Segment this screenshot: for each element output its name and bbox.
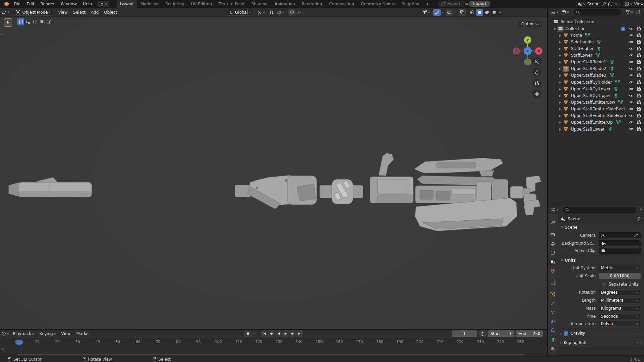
properties-options-chevron-icon[interactable] (640, 208, 642, 211)
disclosure-triangle-icon[interactable] (558, 34, 562, 37)
tab-tool[interactable] (548, 219, 558, 227)
disclosure-triangle-icon[interactable] (558, 61, 562, 64)
disclosure-triangle-icon[interactable] (558, 88, 562, 91)
select-mode-intersect-button[interactable] (46, 18, 53, 25)
unit-scale-slider[interactable]: 0.001000 (599, 273, 641, 279)
tab-modeling[interactable]: Modeling (137, 0, 162, 8)
rotation-dropdown[interactable]: Degrees (599, 289, 641, 295)
proportional-editing-toggle[interactable] (288, 9, 296, 16)
gravity-checkbox[interactable] (564, 331, 568, 336)
tab-compositing[interactable]: Compositing (326, 0, 357, 8)
tab-sculpting[interactable]: Sculpting (162, 0, 188, 8)
proportional-falloff-dropdown[interactable] (296, 10, 306, 15)
shading-material-button[interactable] (483, 9, 491, 16)
blender-logo-icon[interactable] (3, 1, 9, 6)
tab-constraints[interactable] (548, 326, 558, 334)
channels-expand-arrow[interactable] (2, 346, 3, 351)
tab-material[interactable] (548, 345, 558, 353)
hide-in-viewport-toggle[interactable] (629, 53, 634, 58)
horizontal-scrollbar[interactable] (17, 354, 524, 355)
tab-render[interactable] (548, 230, 558, 239)
menu-help[interactable]: Help (80, 2, 95, 6)
object-name[interactable]: StaffHigher (571, 46, 594, 51)
chevron-down-icon[interactable] (441, 11, 444, 14)
outliner-object-row[interactable]: UpperStaffBlade3 (548, 72, 644, 79)
hide-in-viewport-toggle[interactable] (629, 60, 634, 64)
disable-in-renders-toggle[interactable] (637, 66, 641, 71)
viewport-3d[interactable]: Object Mode View Select Add Object Globa… (0, 8, 547, 329)
object-name[interactable]: UpperStaffBlade3 (571, 73, 606, 78)
disable-in-renders-toggle[interactable] (637, 46, 641, 51)
disclosure-triangle-icon[interactable] (558, 108, 562, 111)
outliner-object-row[interactable]: UpperStaffBlade2 (548, 65, 644, 72)
disable-in-renders-toggle[interactable] (637, 26, 641, 31)
jump-to-start-button[interactable] (261, 330, 267, 337)
separate-units-checkbox[interactable] (602, 282, 606, 287)
outliner-object-row[interactable]: UpperStaffEmitterSideFront (548, 112, 644, 119)
camera-id-field[interactable] (599, 232, 641, 238)
hide-in-viewport-toggle[interactable] (629, 66, 634, 71)
editor-type-button[interactable] (550, 10, 560, 15)
outliner-object-row[interactable]: UpperStaffCylLower (548, 86, 644, 92)
zoom-button[interactable] (532, 57, 541, 66)
keying-sets-section-header[interactable]: Keying Sets (558, 339, 644, 347)
outliner-object-row[interactable]: UpperStaffCylUpper (548, 92, 644, 99)
viewlayer-name[interactable]: ViewLayer (634, 2, 644, 6)
object-name[interactable]: Pome (571, 33, 582, 38)
active-tool-select-box[interactable] (4, 18, 12, 27)
new-scene-icon[interactable] (608, 2, 613, 6)
time-dropdown[interactable]: Seconds (599, 313, 641, 319)
shading-solid-button[interactable] (476, 9, 483, 16)
filter-dropdown[interactable] (624, 10, 634, 15)
xray-toggle[interactable] (459, 9, 466, 16)
disable-in-renders-toggle[interactable] (637, 127, 641, 132)
pivot-point-dropdown[interactable] (256, 10, 266, 15)
object-name[interactable]: UpperStaffCylHolder (571, 80, 612, 85)
tab-view-layer[interactable] (548, 249, 558, 257)
editor-type-button[interactable] (0, 331, 10, 336)
outliner-object-row[interactable]: StaffLower (548, 52, 644, 59)
disable-in-renders-toggle[interactable] (637, 113, 641, 118)
object-name[interactable]: UpperStaffCylUpper (571, 93, 611, 98)
tab-rendering[interactable]: Rendering (298, 0, 326, 8)
app-template-button[interactable] (98, 1, 109, 7)
add-workspace-button[interactable]: + (423, 0, 432, 8)
outliner-object-row[interactable]: StaffHigher (548, 45, 644, 52)
toggle-orthographic-button[interactable] (532, 89, 541, 98)
object-visibility-dropdown[interactable] (420, 10, 432, 15)
import-button[interactable]: Import (469, 1, 490, 7)
hide-in-viewport-toggle[interactable] (629, 80, 634, 85)
jump-to-next-keyframe-button[interactable] (289, 330, 296, 337)
object-name[interactable]: SideHandle (571, 40, 594, 44)
chevron-down-icon[interactable] (630, 2, 632, 5)
select-mode-subtract-button[interactable] (32, 18, 39, 25)
hide-in-viewport-toggle[interactable] (629, 93, 634, 98)
select-mode-extend-button[interactable] (24, 18, 32, 25)
current-frame-field[interactable]: 1 (452, 330, 477, 337)
object-name[interactable]: UpperStaffEmitterLow (571, 100, 615, 105)
jump-to-end-button[interactable] (296, 330, 303, 337)
menu-object[interactable]: Object (101, 10, 120, 15)
tab-output[interactable] (548, 240, 558, 248)
shading-wireframe-button[interactable] (468, 9, 476, 16)
active-clip-id-field[interactable] (599, 248, 641, 254)
hide-in-viewport-toggle[interactable] (629, 113, 634, 118)
outliner-object-row[interactable]: UpperStaffCylHolder (548, 79, 644, 86)
hide-in-viewport-toggle[interactable] (629, 46, 634, 51)
outliner-object-row[interactable]: UpperStaffEmitterSideBack (548, 106, 644, 112)
collection-name[interactable]: Collection (565, 26, 585, 31)
jump-to-prev-keyframe-button[interactable] (268, 330, 275, 337)
disable-in-renders-toggle[interactable] (637, 40, 641, 44)
current-frame-indicator[interactable]: 1 (15, 340, 23, 345)
collection-row[interactable]: Collection (548, 25, 644, 32)
select-mode-invert-button[interactable] (39, 18, 46, 25)
timeline-ruler[interactable]: 1102030405060708090100110120130140150160… (0, 338, 547, 345)
disable-in-renders-toggle[interactable] (637, 93, 641, 98)
new-collection-button[interactable] (634, 10, 642, 15)
hide-in-viewport-toggle[interactable] (629, 120, 634, 125)
disclosure-triangle-icon[interactable] (558, 74, 562, 77)
hide-in-viewport-toggle[interactable] (629, 100, 634, 105)
disable-in-renders-toggle[interactable] (637, 100, 641, 105)
transform-orientation-dropdown[interactable]: Global (226, 9, 253, 16)
disclosure-triangle-icon[interactable] (558, 47, 562, 50)
